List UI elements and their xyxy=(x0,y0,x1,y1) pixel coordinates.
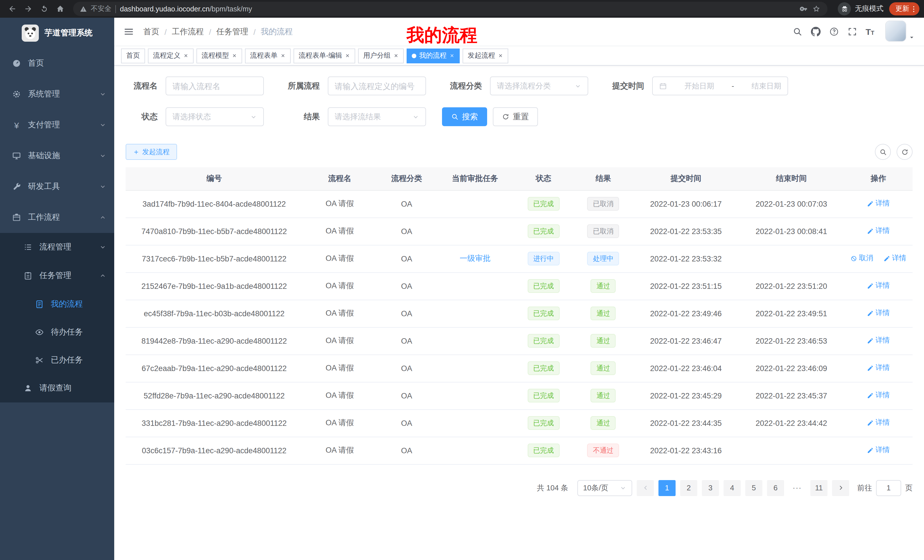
page: 不安全 dashboard.yudao.iocoder.cn/bpm/task/… xyxy=(0,0,924,560)
refresh-table-button[interactable] xyxy=(897,144,913,160)
cell-category: OA xyxy=(376,355,436,382)
submit-time-range-picker[interactable]: 开始日期 - 结束日期 xyxy=(652,76,788,95)
cell-process-id: 2152467e-7b9b-11ec-9a1b-acde48001122 xyxy=(126,272,303,300)
monitor-icon xyxy=(11,151,22,160)
browser-back-button[interactable] xyxy=(4,1,20,16)
status-select[interactable]: 请选择状态 xyxy=(166,107,264,126)
tab-close-icon[interactable] xyxy=(498,53,503,58)
github-icon[interactable] xyxy=(811,27,820,36)
tab-home[interactable]: 首页 xyxy=(121,48,145,63)
detail-link[interactable]: 详情 xyxy=(884,254,906,264)
page-button[interactable]: 6 xyxy=(767,480,784,496)
breadcrumb-workflow[interactable]: 工作流程 xyxy=(172,27,204,37)
detail-link[interactable]: 详情 xyxy=(867,336,890,346)
help-icon[interactable] xyxy=(829,27,838,36)
sidebar-item-done-task[interactable]: 已办任务 xyxy=(0,346,114,374)
avatar[interactable] xyxy=(885,21,906,42)
tab-close-icon[interactable] xyxy=(449,53,454,58)
edit-icon xyxy=(867,419,874,427)
sidebar-item-dev-tools[interactable]: 研发工具 xyxy=(0,171,114,202)
cell-submit-time: 2022-01-23 00:06:17 xyxy=(633,190,739,217)
tab-start-process[interactable]: 发起流程 xyxy=(463,48,508,63)
address-bar[interactable]: 不安全 dashboard.yudao.iocoder.cn/bpm/task/… xyxy=(73,2,828,16)
detail-link[interactable]: 详情 xyxy=(867,418,890,428)
start-date-placeholder[interactable]: 开始日期 xyxy=(684,81,714,91)
user-menu[interactable] xyxy=(885,21,915,43)
current-task-link[interactable]: 一级审批 xyxy=(460,254,490,263)
breadcrumb-current: 我的流程 xyxy=(261,27,292,37)
process-name-input[interactable] xyxy=(166,76,264,95)
tab-process-form[interactable]: 流程表单 xyxy=(245,48,291,63)
page-button[interactable]: 5 xyxy=(745,480,762,496)
search-icon[interactable] xyxy=(792,27,802,36)
hamburger-icon[interactable] xyxy=(123,26,134,37)
breadcrumb-task-mgmt[interactable]: 任务管理 xyxy=(216,27,248,37)
sidebar-item-payment[interactable]: ¥ 支付管理 xyxy=(0,109,114,141)
caret-down-icon xyxy=(909,34,915,42)
create-process-button[interactable]: 发起流程 xyxy=(126,144,177,160)
process-definition-input[interactable] xyxy=(328,76,426,95)
browser-reload-button[interactable] xyxy=(36,1,51,16)
page-button[interactable]: 1 xyxy=(658,480,676,496)
status-badge: 已完成 xyxy=(527,279,560,293)
sidebar-item-my-process[interactable]: 我的流程 xyxy=(0,290,114,318)
search-button[interactable]: 搜索 xyxy=(442,107,487,126)
page-button[interactable]: 11 xyxy=(810,480,828,496)
cell-actions: 详情 xyxy=(844,272,913,300)
next-page-button[interactable] xyxy=(832,480,849,496)
sidebar-item-task-mgmt[interactable]: 任务管理 xyxy=(0,262,114,290)
tab-close-icon[interactable] xyxy=(393,53,399,58)
sidebar-item-infrastructure[interactable]: 基础设施 xyxy=(0,141,114,171)
category-placeholder: 请选择流程分类 xyxy=(497,81,551,91)
sidebar-item-system[interactable]: 系统管理 xyxy=(0,79,114,109)
detail-link[interactable]: 详情 xyxy=(867,281,890,291)
tab-close-icon[interactable] xyxy=(183,53,189,58)
app-logo[interactable]: 芋道管理系统 xyxy=(0,18,114,48)
sidebar-item-process-mgmt[interactable]: 流程管理 xyxy=(0,233,114,262)
eye-icon xyxy=(34,327,45,337)
sidebar-item-workflow[interactable]: 工作流程 xyxy=(0,202,114,233)
sidebar-item-leave-query[interactable]: 请假查询 xyxy=(0,374,114,403)
browser-menu-icon[interactable] xyxy=(910,5,918,13)
page-button[interactable]: 2 xyxy=(680,480,697,496)
tab-process-model[interactable]: 流程模型 xyxy=(196,48,242,63)
fullscreen-icon[interactable] xyxy=(847,27,857,36)
page-size-select[interactable]: 10条/页 xyxy=(578,480,632,496)
prev-page-button[interactable] xyxy=(637,480,654,496)
category-select[interactable]: 请选择流程分类 xyxy=(490,76,588,95)
chevron-down-icon xyxy=(412,113,419,120)
font-size-icon[interactable]: TT xyxy=(866,27,874,36)
reset-button[interactable]: 重置 xyxy=(493,107,538,126)
detail-link[interactable]: 详情 xyxy=(867,363,890,373)
page-button[interactable]: 3 xyxy=(702,480,719,496)
breadcrumb-home[interactable]: 首页 xyxy=(143,27,159,37)
tab-user-group[interactable]: 用户分组 xyxy=(358,48,404,63)
password-key-icon[interactable] xyxy=(800,4,808,13)
detail-link[interactable]: 详情 xyxy=(867,391,890,400)
sidebar-item-home[interactable]: 首页 xyxy=(0,48,114,79)
page-button[interactable]: 4 xyxy=(723,480,741,496)
bookmark-star-icon[interactable] xyxy=(812,4,820,13)
reset-button-label: 重置 xyxy=(513,112,529,122)
tab-close-icon[interactable] xyxy=(232,53,237,58)
tab-process-form-edit[interactable]: 流程表单-编辑 xyxy=(294,48,355,63)
browser-home-button[interactable] xyxy=(52,1,68,16)
detail-link[interactable]: 详情 xyxy=(867,226,890,236)
detail-link[interactable]: 详情 xyxy=(867,308,890,318)
result-select[interactable]: 请选择流结果 xyxy=(328,107,426,126)
detail-link[interactable]: 详情 xyxy=(867,199,890,209)
end-date-placeholder[interactable]: 结束日期 xyxy=(752,81,781,91)
goto-page-input[interactable] xyxy=(876,480,901,496)
sidebar-item-todo-task[interactable]: 待办任务 xyxy=(0,318,114,346)
page-button[interactable]: ··· xyxy=(789,480,806,496)
browser-forward-button[interactable] xyxy=(21,1,35,16)
tab-process-definition[interactable]: 流程定义 xyxy=(148,48,194,63)
tab-close-icon[interactable] xyxy=(280,53,285,58)
detail-link[interactable]: 详情 xyxy=(867,446,890,455)
tab-my-process[interactable]: 我的流程 xyxy=(406,48,460,63)
cancel-link[interactable]: 取消 xyxy=(850,254,873,264)
tab-close-icon[interactable] xyxy=(345,53,350,58)
cell-current-task xyxy=(436,382,514,409)
toggle-search-button[interactable] xyxy=(875,144,891,160)
update-button[interactable]: 更新 xyxy=(889,2,920,15)
